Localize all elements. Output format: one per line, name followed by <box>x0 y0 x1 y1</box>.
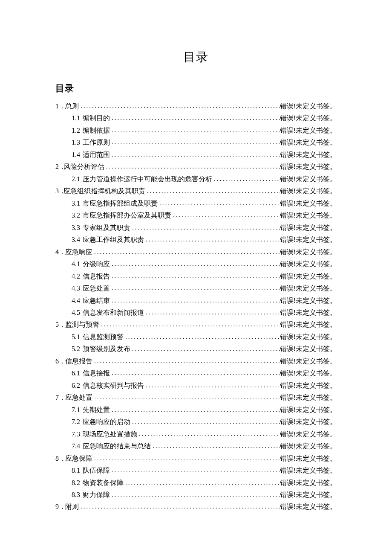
toc-entry: 6. 信息报告错误!未定义书签。 <box>55 355 337 367</box>
toc-entry: 8.1队伍保障错误!未定义书签。 <box>55 465 337 477</box>
toc-entry-pageref: 错误!未定义书签。 <box>280 125 337 137</box>
toc-entry-pageref: 错误!未定义书签。 <box>280 185 337 197</box>
toc-dot-leader <box>110 282 280 294</box>
toc-dot-leader <box>79 501 280 512</box>
toc-entry-number: 7.3 <box>72 428 80 440</box>
toc-entry-number: 6.2 <box>72 380 80 392</box>
toc-entry: 9. 附则错误!未定义书签。 <box>55 501 337 513</box>
toc-entry-number: 4.1 <box>72 258 80 270</box>
toc-entry-label: 预警级别及发布 <box>83 343 130 355</box>
document-page: 目录 目录 1. 总则错误!未定义书签。1.1编制目的错误!未定义书签。1.2编… <box>55 49 337 513</box>
toc-dot-leader <box>110 149 280 160</box>
toc-entry: 2.1压力管道操作运行中可能会出现的危害分析错误!未定义书签。 <box>55 173 337 185</box>
toc-entry-pageref: 错误!未定义书签。 <box>280 270 337 282</box>
toc-dot-leader <box>130 222 280 233</box>
toc-entry-pageref: 错误!未定义书签。 <box>280 392 337 404</box>
toc-entry: 1.1编制目的错误!未定义书签。 <box>55 112 337 124</box>
toc-entry-number: 3.1 <box>72 198 80 209</box>
toc-dot-leader <box>110 258 280 270</box>
toc-entry: 4.3应急处置错误!未定义书签。 <box>55 282 337 294</box>
toc-entry-label: 物资装备保障 <box>83 477 124 489</box>
toc-entry-label: 信息核实研判与报告 <box>83 380 144 392</box>
toc-entry-label: . 应急保障 <box>62 453 92 465</box>
toc-entry-label: 信息监测预警 <box>83 331 124 343</box>
toc-entry: 7.1先期处置错误!未定义书签。 <box>55 404 337 416</box>
toc-dot-leader <box>92 246 280 258</box>
toc-entry: 8.2物资装备保障错误!未定义书签。 <box>55 477 337 489</box>
toc-entry-label: 信息发布和新闻报道 <box>83 307 144 319</box>
toc-entry-number: 9 <box>55 501 59 513</box>
toc-entry-label: 编制依据 <box>83 125 110 137</box>
toc-entry-label: 专家组及其职责 <box>83 222 130 234</box>
toc-entry-number: 6 <box>55 355 59 367</box>
toc-entry: 1. 总则错误!未定义书签。 <box>55 100 337 112</box>
toc-entry: 7.2应急响应的启动错误!未定义书签。 <box>55 416 337 428</box>
toc-dot-leader <box>79 100 280 112</box>
toc-entry-label: 市应急指挥部办公室及其职责 <box>83 209 171 221</box>
toc-entry-label: 压力管道操作运行中可能会出现的危害分析 <box>83 173 212 185</box>
toc-entry-label: . 监测与预警 <box>62 319 99 331</box>
toc-entry-number: 2 <box>55 161 59 173</box>
toc-entry-number: 4.4 <box>72 295 80 307</box>
toc-entry: 3.3专家组及其职责错误!未定义书签。 <box>55 222 337 234</box>
toc-entry-number: 4.3 <box>72 282 80 294</box>
toc-dot-leader <box>110 137 280 148</box>
toc-entry: 3.4应急工作组及其职责错误!未定义书签。 <box>55 234 337 246</box>
toc-dot-leader <box>212 173 280 185</box>
toc-entry-number: 3.2 <box>72 209 80 221</box>
page-title: 目录 <box>55 49 337 65</box>
toc-entry-pageref: 错误!未定义书签。 <box>280 440 337 452</box>
toc-entry-pageref: 错误!未定义书签。 <box>280 282 337 294</box>
toc-entry-pageref: 错误!未定义书签。 <box>280 198 337 209</box>
toc-entry-label: . 附则 <box>62 501 79 513</box>
toc-entry-label: 财力保障 <box>83 489 110 501</box>
toc-entry-pageref: 错误!未定义书签。 <box>280 319 337 331</box>
toc-entry-number: 7.2 <box>72 416 80 428</box>
toc-dot-leader <box>124 331 280 343</box>
toc-entry-number: 5 <box>55 319 59 331</box>
toc-entry-number: 4 <box>55 246 59 258</box>
toc-entry-pageref: 错误!未定义书签。 <box>280 137 337 148</box>
toc-entry-number: 8.1 <box>72 465 80 477</box>
toc-dot-leader <box>137 428 280 440</box>
toc-entry-number: 3.3 <box>72 222 80 234</box>
toc-dot-leader <box>110 125 280 136</box>
toc-entry-pageref: 错误!未定义书签。 <box>280 355 337 367</box>
toc-entry-pageref: 错误!未定义书签。 <box>280 343 337 355</box>
toc-dot-leader <box>92 355 280 367</box>
toc-entry-pageref: 错误!未定义书签。 <box>280 380 337 392</box>
toc-entry-label: 应急处置 <box>83 282 110 294</box>
toc-entry: 4.2信息报告错误!未定义书签。 <box>55 270 337 282</box>
toc-entry-number: 1 <box>55 100 59 112</box>
toc-entry-pageref: 错误!未定义书签。 <box>280 222 337 234</box>
toc-entry-number: 5.1 <box>72 331 80 343</box>
toc-dot-leader <box>144 234 280 245</box>
toc-entry-label: 市应急指挥部组成及职责 <box>83 198 158 209</box>
toc-entry-pageref: 错误!未定义书签。 <box>280 416 337 428</box>
toc-entry: 6.2信息核实研判与报告错误!未定义书签。 <box>55 380 337 392</box>
toc-entry-label: 分级响应 <box>83 258 110 270</box>
toc-entry-label: 工作原则 <box>83 137 110 148</box>
toc-dot-leader <box>144 307 280 318</box>
toc-entry-label: 应急响应的结束与总结 <box>83 440 151 452</box>
toc-entry-label: 应急结束 <box>83 295 110 307</box>
toc-entry: 5.2预警级别及发布错误!未定义书签。 <box>55 343 337 355</box>
toc-entry-label: 队伍保障 <box>83 465 110 477</box>
toc-entry-label: . 总则 <box>62 100 79 112</box>
toc-list: 1. 总则错误!未定义书签。1.1编制目的错误!未定义书签。1.2编制依据错误!… <box>55 100 337 513</box>
toc-entry: 7. 应急处置错误!未定义书签。 <box>55 392 337 404</box>
toc-entry: 3.2市应急指挥部办公室及其职责错误!未定义书签。 <box>55 209 337 221</box>
toc-entry-pageref: 错误!未定义书签。 <box>280 477 337 489</box>
toc-dot-leader <box>92 453 280 464</box>
toc-entry: 4.5信息发布和新闻报道错误!未定义书签。 <box>55 307 337 319</box>
toc-entry: 1.3工作原则错误!未定义书签。 <box>55 137 337 148</box>
toc-dot-leader <box>110 112 280 124</box>
toc-entry-pageref: 错误!未定义书签。 <box>280 161 337 173</box>
toc-entry-number: 4.2 <box>72 270 80 282</box>
toc-dot-leader <box>110 489 280 500</box>
toc-entry: 6.1信息接报错误!未定义书签。 <box>55 367 337 379</box>
toc-entry-number: 3.4 <box>72 234 80 246</box>
toc-dot-leader <box>92 392 280 403</box>
toc-entry: 4.4应急结束错误!未定义书签。 <box>55 295 337 307</box>
toc-entry-label: 应急工作组及其职责 <box>83 234 144 246</box>
